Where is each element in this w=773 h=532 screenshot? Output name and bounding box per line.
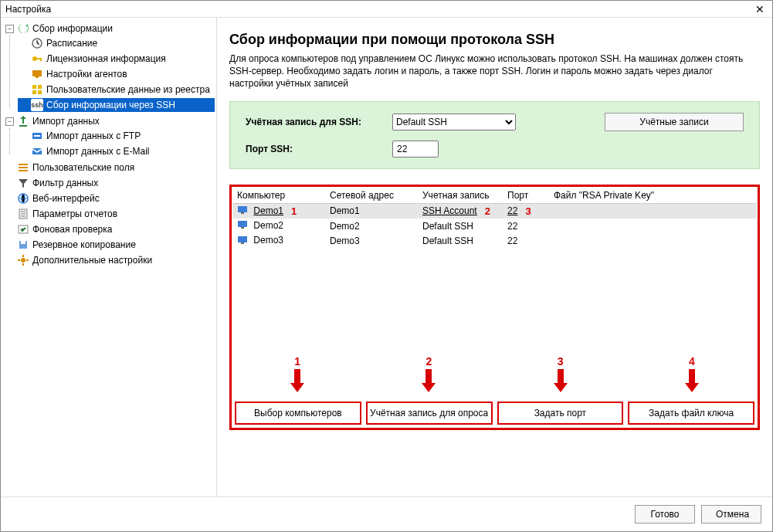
clock-icon	[31, 37, 43, 49]
annotation-2: 2	[485, 205, 490, 217]
poll-account-button[interactable]: Учётная запись для опроса	[366, 402, 493, 425]
dialog-footer: Готово Отмена	[1, 496, 772, 531]
ssh-icon: ssh	[31, 99, 43, 111]
cell-port: 22	[507, 205, 517, 216]
disk-icon	[17, 239, 29, 251]
tree-label: Дополнительные настройки	[32, 255, 152, 266]
ssh-account-select[interactable]: Default SSH	[392, 114, 516, 130]
refresh-icon	[17, 22, 29, 35]
computer-icon	[237, 236, 248, 247]
filter-icon	[17, 177, 29, 189]
set-port-button[interactable]: Задать порт	[497, 402, 624, 425]
col-computer[interactable]: Компьютер	[232, 188, 325, 204]
svg-rect-26	[241, 212, 244, 214]
cell-computer: Demo3	[253, 235, 283, 246]
tree-item-data-collection[interactable]: − Сбор информации	[4, 22, 215, 36]
tree-label: Импорт данных с FTP	[46, 130, 141, 141]
select-computers-button[interactable]: Выбор компьютеров	[235, 402, 361, 425]
tree-label: Фильтр данных	[32, 178, 98, 188]
svg-marker-34	[422, 383, 436, 392]
agent-icon	[31, 68, 43, 80]
ssh-port-input[interactable]	[392, 141, 439, 158]
svg-rect-8	[32, 90, 36, 94]
tree-label: Веб-интерфейс	[32, 193, 100, 204]
svg-rect-23	[18, 259, 20, 261]
settings-window: Настройка ✕ − Сбор информации Расписание	[0, 0, 773, 532]
ssh-settings-box: Учётная запись для SSH: Default SSH Учёт…	[229, 101, 760, 169]
computers-table[interactable]: Компьютер Сетевой адрес Учетная запись П…	[232, 188, 757, 249]
tree-item-bgcheck[interactable]: Фоновая проверка	[4, 222, 215, 236]
cell-address: Demo3	[325, 233, 418, 248]
ssh-port-label: Порт SSH:	[246, 144, 392, 154]
tree-item-ftp[interactable]: Импорт данных с FTP	[18, 129, 215, 143]
col-address[interactable]: Сетевой адрес	[325, 188, 418, 204]
tree-label: Лицензионная информация	[46, 53, 166, 64]
col-port[interactable]: Порт	[503, 188, 549, 204]
computer-icon	[237, 205, 248, 217]
tree-item-ssh[interactable]: ssh Сбор информации через SSH	[18, 98, 215, 112]
svg-rect-3	[40, 58, 42, 61]
svg-rect-28	[241, 227, 244, 229]
svg-rect-25	[238, 206, 247, 212]
page-title: Сбор информации при помощи протокола SSH	[229, 32, 760, 48]
import-icon	[17, 115, 29, 127]
cell-computer: Demo2	[253, 220, 283, 231]
set-keyfile-button[interactable]: Задать файл ключа	[628, 402, 754, 425]
titlebar: Настройка ✕	[1, 1, 772, 18]
annotation-arrows: 1 2 3 4	[232, 355, 758, 392]
computer-icon	[237, 220, 248, 232]
tree-item-extra[interactable]: Дополнительные настройки	[4, 253, 215, 267]
tree-item-reports[interactable]: Параметры отчетов	[4, 207, 215, 221]
col-key[interactable]: Файл "RSA Private Key"	[549, 188, 757, 204]
tree-label: Пользовательские поля	[32, 162, 134, 173]
svg-rect-21	[22, 255, 24, 257]
tree-label: Пользовательские данные из реестра	[46, 84, 210, 95]
cell-account: SSH Account	[422, 205, 477, 216]
table-row[interactable]: Demo2 Demo2 Default SSH 22	[232, 219, 757, 233]
collapse-icon[interactable]: −	[5, 117, 14, 126]
fields-icon	[17, 161, 29, 174]
svg-point-20	[21, 258, 25, 263]
key-icon	[31, 53, 43, 65]
svg-rect-29	[238, 236, 247, 242]
svg-marker-36	[554, 383, 568, 392]
tree-item-import[interactable]: − Импорт данных	[4, 114, 215, 128]
task-icon	[17, 223, 29, 236]
tree-item-backup[interactable]: Резервное копирование	[4, 238, 215, 252]
window-title: Настройка	[4, 4, 751, 15]
main-panel: Сбор информации при помощи протокола SSH…	[217, 18, 772, 496]
svg-rect-6	[32, 85, 36, 89]
tree-item-registry[interactable]: Пользовательские данные из реестра	[18, 83, 215, 97]
arrow-label-2: 2	[425, 355, 432, 368]
tree-item-agents[interactable]: Настройки агентов	[18, 67, 215, 81]
svg-rect-13	[19, 167, 28, 168]
ok-button[interactable]: Готово	[635, 505, 695, 524]
annotation-3: 3	[525, 205, 531, 217]
tree-item-web[interactable]: Веб-интерфейс	[4, 191, 215, 205]
svg-rect-35	[558, 369, 564, 383]
cancel-button[interactable]: Отмена	[701, 505, 761, 524]
page-description: Для опроса компьютеров под управлением О…	[229, 53, 754, 90]
accounts-button[interactable]: Учётные записи	[605, 113, 744, 131]
arrow-label-3: 3	[558, 355, 564, 368]
col-account[interactable]: Учетная запись	[418, 188, 503, 204]
svg-rect-5	[36, 76, 39, 78]
table-row[interactable]: Demo3 Demo3 Default SSH 22	[232, 233, 757, 248]
svg-rect-22	[22, 263, 24, 266]
svg-rect-27	[238, 221, 247, 227]
close-icon[interactable]: ✕	[751, 3, 769, 15]
tree-item-email[interactable]: Импорт данных с E-Mail	[18, 144, 215, 158]
tree-label: Сбор информации через SSH	[46, 100, 175, 110]
tree-item-schedule[interactable]: Расписание	[18, 36, 215, 50]
cell-computer: Demo1	[253, 205, 283, 216]
tree-item-userfields[interactable]: Пользовательские поля	[4, 161, 215, 175]
tree-item-filter[interactable]: Фильтр данных	[4, 176, 215, 190]
tree-item-license[interactable]: Лицензионная информация	[18, 52, 215, 66]
arrow-label-4: 4	[689, 355, 695, 368]
collapse-icon[interactable]: −	[5, 25, 14, 33]
tree-label: Сбор информации	[32, 23, 113, 34]
cell-address: Demo2	[325, 219, 418, 233]
nav-tree: − Сбор информации Расписание	[1, 18, 217, 496]
table-row[interactable]: Demo1 1 Demo1 SSH Account 2 22 3	[232, 203, 757, 219]
svg-rect-12	[19, 164, 28, 165]
